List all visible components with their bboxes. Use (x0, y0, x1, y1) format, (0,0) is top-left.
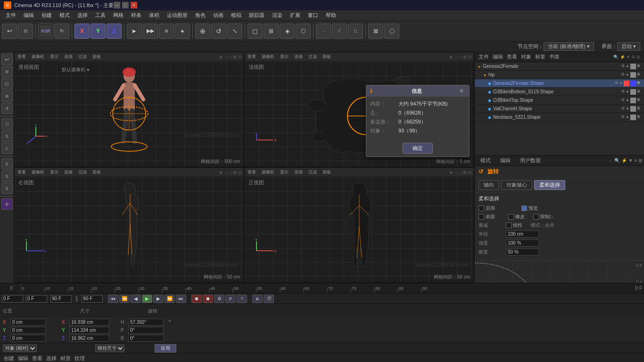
vp-panel[interactable]: 面板 (91, 54, 102, 60)
frame-forward-button[interactable]: ▶ (153, 295, 164, 303)
rubber-cb[interactable] (508, 214, 514, 220)
axis-z-button[interactable]: Z (107, 24, 122, 39)
surface-cb[interactable] (479, 214, 484, 220)
vr-camera[interactable]: 摄像机 (31, 169, 45, 175)
limit-cb[interactable] (533, 214, 539, 220)
obj-valcharm[interactable]: ◆ ValCharmH.Shape ⊞ ▲ ⊞ (475, 105, 644, 113)
obj-bikini-top[interactable]: ◆ O3BikiniTop.Shape ⊞ ▲ ⊞ (475, 96, 644, 105)
soft-selection-button[interactable]: ◯ (384, 24, 399, 39)
viewport-front[interactable]: 查看 摄像机 显示 选项 过滤 面板 ⊕ ↔ ↕ ⊞ ⊡ 正视图 X Y (244, 167, 474, 283)
vp-look[interactable]: 查看 (17, 54, 27, 60)
menu-spline[interactable]: 样条 (127, 11, 145, 20)
axis-tab-axial[interactable]: 轴向 (479, 180, 499, 190)
end-frame-input[interactable] (50, 295, 72, 303)
play-button[interactable]: ▶ (142, 295, 152, 303)
goto-start-button[interactable]: ⏮ (108, 295, 118, 303)
pos-x-input[interactable] (10, 319, 46, 326)
limit-checkbox[interactable]: 限制□ (533, 214, 553, 220)
menu-simulate[interactable]: 模拟 (227, 11, 245, 20)
vt-display[interactable]: 显示 (279, 54, 289, 60)
maximize-button[interactable]: □ (122, 2, 129, 8)
info-close-button[interactable]: ✕ (458, 87, 465, 95)
minimize-button[interactable]: ─ (114, 2, 120, 8)
redo-button[interactable]: ⊙ (18, 24, 33, 39)
enable-cb[interactable] (479, 206, 484, 211)
left-btn-12[interactable]: ⊛ (1, 198, 13, 210)
menu-mode[interactable]: 模式 (56, 11, 74, 20)
menu-animate[interactable]: 动画 (209, 11, 227, 20)
menu-tracker[interactable]: 跟踪器 (245, 11, 268, 20)
left-btn-5[interactable]: ↺ (1, 103, 13, 114)
render-region-button[interactable]: ◈ (175, 24, 190, 39)
vt-options[interactable]: 选项 (293, 54, 304, 60)
vr-display[interactable]: 显示 (49, 169, 59, 175)
menu-mograph[interactable]: 运动图形 (163, 11, 191, 20)
vr-filter[interactable]: 过滤 (77, 169, 88, 175)
loop-button[interactable]: ↻ (54, 24, 69, 39)
paint-mode[interactable]: ⬡ (296, 24, 311, 39)
close-button[interactable]: ✕ (131, 2, 137, 8)
edit-mode[interactable]: ⊞ (264, 24, 279, 39)
vp-filter[interactable]: 过滤 (77, 54, 88, 60)
tab-edit[interactable]: 编辑 (496, 156, 514, 165)
motion-button[interactable]: P (225, 295, 236, 303)
point-mode[interactable]: · (316, 24, 331, 39)
start-frame-input[interactable] (26, 295, 47, 303)
interface-select[interactable]: 启动 ▾ (617, 42, 640, 51)
left-btn-7[interactable]: S (1, 131, 13, 142)
scale-tool[interactable]: ⤡ (227, 24, 242, 39)
abs-mode-select[interactable]: 绝对尺寸 (95, 345, 124, 352)
mat-edit[interactable]: 编辑 (18, 355, 28, 362)
vp-options[interactable]: 选项 (63, 54, 74, 60)
object-mode[interactable]: ◻ (248, 24, 263, 39)
edge-mode[interactable]: ∕ (332, 24, 347, 39)
left-btn-9[interactable]: S (1, 158, 13, 170)
pos-y-input[interactable] (10, 327, 46, 334)
menu-tools[interactable]: 工具 (91, 11, 109, 20)
menu-select[interactable]: 选择 (74, 11, 91, 20)
undo-button[interactable]: ↩ (2, 24, 17, 39)
info-ok-button[interactable]: 确定 (403, 143, 433, 154)
obj-necklace[interactable]: ◆ Necklace_5321.Shape ⊞ ▲ ⊞ (475, 113, 644, 122)
extra-btn-1[interactable]: ⊕ (252, 295, 263, 303)
menu-character[interactable]: 角色 (191, 11, 209, 20)
ol-file[interactable]: 文件 (479, 53, 489, 60)
snap-button[interactable]: ⊠ (368, 24, 383, 39)
left-btn-2[interactable]: ⊛ (1, 66, 13, 77)
ol-tag[interactable]: 标签 (535, 53, 545, 60)
rubber-checkbox[interactable]: 橡皮 (508, 214, 525, 220)
menu-extend[interactable]: 扩展 (286, 11, 304, 20)
obj-hip[interactable]: ▸ hip ⊞ ▲ ⊞ (475, 71, 644, 79)
vt-filter[interactable]: 过滤 (307, 54, 318, 60)
menu-volume[interactable]: 体积 (145, 11, 163, 20)
tab-userdata[interactable]: 用户数据 (516, 156, 545, 165)
mat-select[interactable]: 选择 (46, 355, 57, 362)
tab-mode[interactable]: 模式 (477, 156, 495, 165)
axis-y-button[interactable]: Y (91, 24, 106, 39)
pos-z-input[interactable] (10, 335, 46, 342)
move-tool[interactable]: ⊕ (195, 24, 210, 39)
vr-options[interactable]: 选项 (63, 169, 74, 175)
linear-checkbox[interactable]: 线性 (506, 222, 522, 229)
menu-edit[interactable]: 编辑 (20, 11, 38, 20)
preview-cb[interactable] (521, 206, 527, 211)
poly-mode[interactable]: □ (348, 24, 363, 39)
axis-tab-pivot[interactable]: 对象轴心 (501, 180, 532, 190)
hardness-input[interactable] (506, 248, 539, 255)
psr-button[interactable]: PSR (40, 25, 52, 37)
rot-h-input[interactable] (128, 319, 164, 326)
axis-tab-soft[interactable]: 柔和选择 (534, 180, 565, 190)
coord-mode-select[interactable]: 对象 (相对) (3, 345, 37, 352)
ol-view[interactable]: 查看 (507, 53, 517, 60)
rot-b-input[interactable] (128, 335, 164, 342)
record-button[interactable]: ⏺ (191, 295, 202, 303)
enable-checkbox[interactable]: 启用 (479, 205, 495, 212)
preview-checkbox[interactable]: 预览 (521, 205, 538, 212)
vt-panel[interactable]: 面板 (322, 54, 332, 60)
max-frame-input[interactable] (82, 295, 103, 303)
size-z-input[interactable] (69, 335, 109, 342)
obj-genesis-shape[interactable]: ◆ Genesis2Female.Shape ⊞ ▲ ⊞ (475, 79, 644, 88)
vf-filter[interactable]: 过滤 (307, 169, 318, 175)
vf-camera[interactable]: 摄像机 (261, 169, 275, 175)
vt-camera[interactable]: 摄像机 (261, 54, 275, 60)
